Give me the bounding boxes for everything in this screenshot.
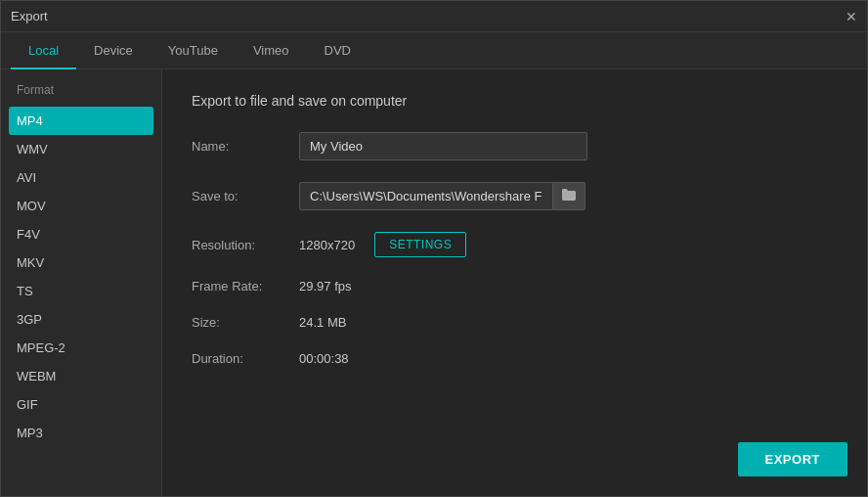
browse-folder-button[interactable] [553, 182, 586, 210]
export-button[interactable]: EXPORT [738, 442, 847, 476]
title-bar: Export ✕ [1, 1, 867, 32]
size-label: Size: [192, 315, 299, 330]
format-gif[interactable]: GIF [1, 390, 161, 419]
framerate-row: Frame Rate: 29.97 fps [192, 279, 838, 294]
tab-youtube[interactable]: YouTube [151, 33, 236, 69]
saveto-row: Save to: [192, 182, 838, 210]
export-window: Export ✕ Local Device YouTube Vimeo DVD … [0, 0, 868, 497]
resolution-value: 1280x720 [299, 238, 355, 252]
format-ts[interactable]: TS [1, 277, 161, 305]
tab-local[interactable]: Local [11, 33, 76, 69]
format-sidebar: Format MP4 WMV AVI MOV F4V MKV TS 3GP MP… [1, 69, 162, 496]
name-row: Name: [192, 132, 838, 160]
duration-label: Duration: [192, 351, 299, 366]
format-mp4[interactable]: MP4 [9, 107, 153, 135]
framerate-label: Frame Rate: [192, 279, 299, 294]
main-panel: Export to file and save on computer Name… [162, 69, 867, 496]
name-label: Name: [192, 139, 299, 154]
close-button[interactable]: ✕ [846, 10, 857, 23]
format-mp3[interactable]: MP3 [1, 419, 161, 447]
saveto-input[interactable] [299, 182, 553, 210]
format-mov[interactable]: MOV [1, 192, 161, 220]
settings-button[interactable]: SETTINGS [374, 232, 466, 257]
tab-device[interactable]: Device [76, 33, 151, 69]
content-area: Format MP4 WMV AVI MOV F4V MKV TS 3GP MP… [1, 69, 867, 496]
size-row: Size: 24.1 MB [192, 315, 838, 330]
size-value: 24.1 MB [299, 315, 346, 330]
duration-row: Duration: 00:00:38 [192, 351, 838, 366]
tab-bar: Local Device YouTube Vimeo DVD [1, 32, 867, 69]
format-webm[interactable]: WEBM [1, 362, 161, 390]
section-title: Export to file and save on computer [192, 93, 838, 109]
framerate-value: 29.97 fps [299, 279, 352, 294]
resolution-row: Resolution: 1280x720 SETTINGS [192, 232, 838, 257]
tab-vimeo[interactable]: Vimeo [236, 33, 307, 69]
format-label: Format [1, 83, 161, 107]
format-mpeg2[interactable]: MPEG-2 [1, 334, 161, 362]
window-title: Export [11, 9, 48, 23]
duration-value: 00:00:38 [299, 351, 349, 366]
format-avi[interactable]: AVI [1, 163, 161, 192]
folder-icon [561, 188, 577, 202]
format-f4v[interactable]: F4V [1, 220, 161, 248]
tab-dvd[interactable]: DVD [307, 33, 369, 69]
format-wmv[interactable]: WMV [1, 135, 161, 163]
name-input[interactable] [299, 132, 587, 160]
resolution-label: Resolution: [192, 238, 299, 252]
format-mkv[interactable]: MKV [1, 248, 161, 277]
saveto-label: Save to: [192, 189, 299, 203]
format-3gp[interactable]: 3GP [1, 305, 161, 334]
